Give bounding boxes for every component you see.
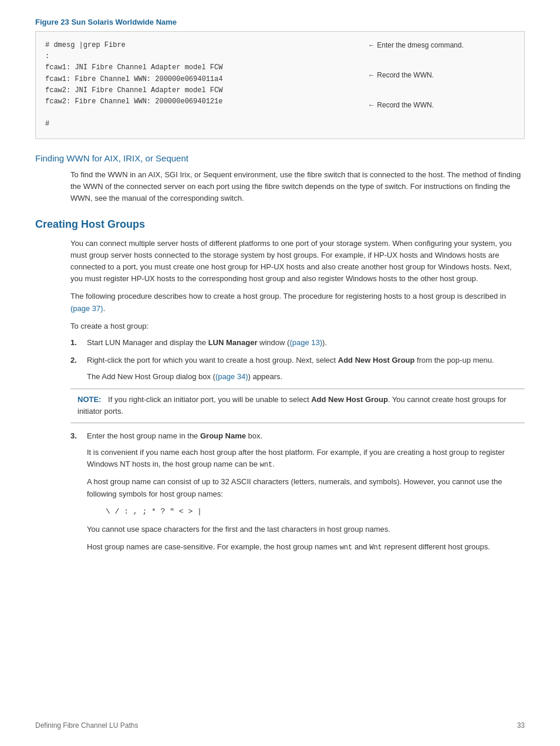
step3-sub4-code2: Wnt <box>369 544 382 552</box>
code-annotations: ← Enter the dmesg command. ← Record the … <box>362 40 515 130</box>
creating-section: Creating Host Groups You can connect mul… <box>35 218 525 553</box>
step2-content: Right-click the port for which you want … <box>87 355 525 366</box>
step1-suffix-pre: window ( <box>257 338 289 347</box>
to-create-label: To create a host group: <box>70 320 525 332</box>
step2-sub-link[interactable]: (page 34) <box>215 372 248 381</box>
para2-suffix: . <box>103 304 106 313</box>
annotation-2-text: ← Record the WWN. <box>368 70 434 81</box>
step3-sub2: A host group name can consist of up to 3… <box>87 476 525 499</box>
step2-prefix: Right-click the port for which you want … <box>87 356 338 364</box>
symbol-line: \ / : , ; * ? " < > | <box>106 506 525 518</box>
note-bold: Add New Host Group <box>311 395 388 404</box>
note-label: NOTE: <box>77 395 101 404</box>
step1-prefix: Start LUN Manager and display the <box>87 338 208 347</box>
creating-heading: Creating Host Groups <box>35 218 525 231</box>
note-text: If you right-click an initiator port, yo… <box>106 395 311 404</box>
step3-bold: Group Name <box>200 431 246 440</box>
annotation-1: ← Enter the dmesg command. <box>368 40 515 51</box>
step3-sub3: You cannot use space characters for the … <box>87 524 525 535</box>
step3-content: Enter the host group name in the Group N… <box>87 430 525 442</box>
code-content: # dmesg |grep Fibre : fcaw1: JNI Fibre C… <box>45 40 362 130</box>
annotation-3-text: ← Record the WWN. <box>368 100 434 111</box>
footer-left: Defining Fibre Channel LU Paths <box>35 721 138 730</box>
footer: Defining Fibre Channel LU Paths 33 <box>0 721 560 730</box>
step2-num: 2. <box>70 355 85 366</box>
finding-heading: Finding WWN for AIX, IRIX, or Sequent <box>35 153 525 163</box>
step3-sub1-code: wnt <box>260 461 273 469</box>
step2-bold: Add New Host Group <box>338 356 415 364</box>
step1-link[interactable]: (page 13) <box>289 338 322 347</box>
step1-content: Start LUN Manager and display the LUN Ma… <box>87 337 525 349</box>
finding-body: To find the WWN in an AIX, SGI Irix, or … <box>70 169 525 204</box>
finding-section: Finding WWN for AIX, IRIX, or Sequent To… <box>35 153 525 204</box>
annotation-2: ← Record the WWN. <box>368 70 515 81</box>
creating-para1: You can connect multiple server hosts of… <box>70 238 525 285</box>
step3-sub4-prefix: Host group names are case-sensitive. For… <box>87 542 340 551</box>
para2-prefix: The following procedure describes how to… <box>70 292 506 301</box>
step3-sub1-end: . <box>272 460 275 468</box>
step3-sub4: Host group names are case-sensitive. For… <box>87 541 525 553</box>
figure-container: Figure 23 Sun Solaris Worldwide Name # d… <box>35 18 525 139</box>
creating-para2: The following procedure describes how to… <box>70 291 525 314</box>
step3-sub4-end: represent different host groups. <box>382 542 490 551</box>
step1-suffix: ). <box>322 338 327 347</box>
step3-sub1: It is convenient if you name each host g… <box>87 447 525 471</box>
step-1: 1. Start LUN Manager and display the LUN… <box>70 337 525 349</box>
step3-sub4-mid: and <box>352 542 369 551</box>
step3-suffix: box. <box>246 431 262 440</box>
steps-list: 1. Start LUN Manager and display the LUN… <box>70 337 525 553</box>
step2-sub-prefix: The Add New Host Group dialog box ( <box>87 372 215 381</box>
step3-prefix: Enter the host group name in the <box>87 431 200 440</box>
step2-sub: The Add New Host Group dialog box ((page… <box>87 371 525 383</box>
footer-right: 33 <box>517 721 525 730</box>
step1-bold: LUN Manager <box>208 338 258 347</box>
step2-suffix: from the pop-up menu. <box>414 356 494 364</box>
note-box: NOTE: If you right-click an initiator po… <box>70 389 525 423</box>
annotation-1-text: ← Enter the dmesg command. <box>368 40 464 51</box>
step2-sub-suffix: ) appears. <box>248 372 283 381</box>
step3-num: 3. <box>70 430 85 442</box>
step1-num: 1. <box>70 337 85 349</box>
code-box: # dmesg |grep Fibre : fcaw1: JNI Fibre C… <box>35 31 525 139</box>
step3-sub1-text: It is convenient if you name each host g… <box>87 448 505 468</box>
figure-title: Figure 23 Sun Solaris Worldwide Name <box>35 18 525 26</box>
step-3: 3. Enter the host group name in the Grou… <box>70 430 525 553</box>
para2-link[interactable]: (page 37) <box>70 304 103 313</box>
step-2: 2. Right-click the port for which you wa… <box>70 355 525 423</box>
step3-sub4-code1: wnt <box>340 544 353 552</box>
annotation-3: ← Record the WWN. <box>368 100 515 111</box>
